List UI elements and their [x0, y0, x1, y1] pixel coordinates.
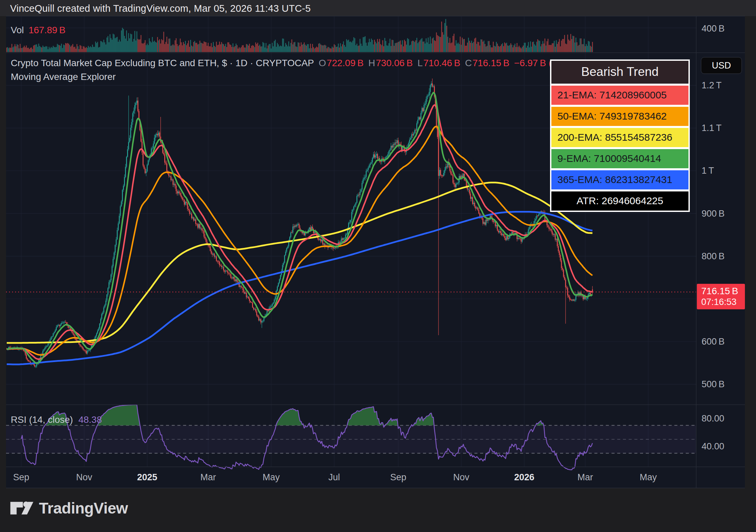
low-label: L — [417, 58, 423, 68]
high-label: H — [368, 58, 375, 68]
time-axis-tick: Nov — [441, 472, 481, 483]
legend-row-200-ema: 200-EMA: 855154587236 — [551, 128, 688, 147]
close-label: C — [465, 58, 472, 68]
legend-row-atr: ATR: 26946064225 — [551, 191, 688, 211]
price-axis-tick: 1 T — [702, 166, 714, 176]
rsi-pane-legend: RSI (14, close)48.38 — [11, 414, 102, 425]
time-axis-tick: Sep — [1, 472, 41, 483]
price-tag-price: 716.15 B — [701, 286, 745, 297]
legend-row-21-ema: 21-EMA: 714208960005 — [551, 86, 688, 105]
chart-root: VinceQuill created with TradingView.com,… — [0, 0, 756, 532]
price-tag-countdown: 07:16:53 — [701, 297, 745, 307]
volume-label: Vol — [11, 25, 24, 35]
volume-axis-tick: 400 B — [702, 24, 724, 34]
time-axis-tick: Nov — [64, 472, 104, 483]
time-axis-tick: May — [628, 472, 668, 483]
time-axis-tick: 2026 — [504, 472, 544, 483]
symbol-title[interactable]: Crypto Total Market Cap Excluding BTC an… — [11, 58, 314, 68]
bearish-trend-panel: Bearish Trend 21-EMA: 71420896000550-EMA… — [550, 59, 690, 212]
rsi-label[interactable]: RSI (14, close) — [11, 414, 73, 425]
open-label: O — [319, 58, 326, 68]
legend-row-365-ema: 365-EMA: 862313827431 — [551, 170, 688, 189]
open-value: 722.09 B — [327, 58, 364, 68]
bearish-trend-title: Bearish Trend — [551, 61, 688, 84]
price-axis-tick: 500 B — [702, 379, 724, 390]
brand-footer: TradingView — [10, 498, 128, 518]
price-axis-tick: 600 B — [702, 337, 724, 347]
current-price-tag: 716.15 B 07:16:53 — [697, 284, 745, 309]
tradingview-logo-icon — [10, 498, 34, 518]
price-axis-tick: 1.1 T — [702, 123, 721, 133]
volume-value: 167.89 B — [29, 25, 66, 35]
low-value: 710.46 B — [423, 58, 460, 68]
time-axis-tick: Mar — [565, 472, 605, 483]
legend-row-9-ema: 9-EMA: 710009540414 — [551, 149, 688, 168]
brand-name: TradingView — [39, 499, 128, 517]
close-value: 716.15 B — [472, 58, 509, 68]
high-value: 730.06 B — [376, 58, 413, 68]
price-axis-tick: 900 B — [702, 209, 724, 219]
rsi-axis-tick: 80.00 — [702, 413, 724, 424]
price-axis-tick: 1.2 T — [702, 80, 721, 91]
time-axis-tick: Jul — [314, 472, 354, 483]
time-axis-tick: May — [251, 472, 291, 483]
currency-usd-button[interactable]: USD — [701, 57, 742, 74]
time-axis-tick: Mar — [188, 472, 228, 483]
rsi-value: 48.38 — [78, 414, 102, 425]
volume-pane-legend: Vol167.89 B — [11, 25, 66, 36]
time-axis-tick: Sep — [378, 472, 418, 483]
time-axis-tick: 2025 — [127, 472, 167, 483]
rsi-axis-tick: 40.00 — [702, 441, 724, 452]
indicator-title[interactable]: Moving Average Explorer — [11, 72, 116, 82]
price-axis-tick: 800 B — [702, 251, 724, 262]
symbol-title-row: Crypto Total Market Cap Excluding BTC an… — [11, 58, 587, 69]
legend-row-50-ema: 50-EMA: 749319783462 — [551, 107, 688, 126]
